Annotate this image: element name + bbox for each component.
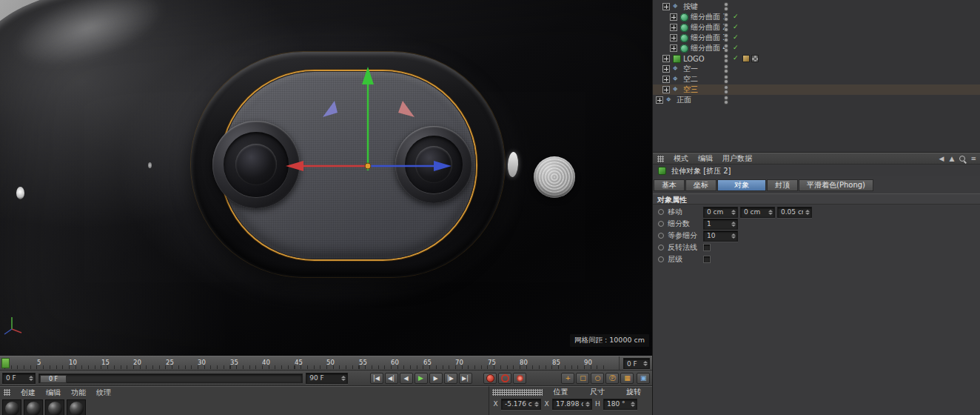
camera-lens-right[interactable] [395,126,472,203]
keyframe-dot-icon[interactable] [658,245,664,250]
expand-icon[interactable] [662,65,670,73]
nav-up-icon[interactable]: ▲ [950,155,955,162]
stepper-arrows[interactable] [29,376,33,381]
prev-key-button[interactable]: ◀| [385,373,398,384]
keyframe-dot-icon[interactable] [658,256,664,262]
object-row[interactable]: 细分曲面 3 [653,33,980,43]
panel-menu-icon[interactable]: ≡ [970,155,976,162]
next-key-button[interactable]: |▶ [444,373,457,384]
material-thumbnail[interactable] [67,399,86,415]
tab-phong[interactable]: 平滑着色(Phong) [799,179,873,191]
position-x-field[interactable]: -5.176 cm [501,399,541,410]
object-row[interactable]: 细分曲面 2 [653,22,980,33]
visibility-dots[interactable] [725,55,728,62]
stepper-arrows[interactable] [643,361,648,366]
stepper-arrows[interactable] [341,376,346,381]
expand-icon[interactable] [670,13,677,21]
start-frame-field[interactable]: 0 F [2,373,36,384]
expand-icon[interactable] [662,3,670,10]
tab-coordinates[interactable]: 坐标 [685,179,716,191]
panel-grid-icon[interactable] [657,156,664,162]
stepper-arrows[interactable] [585,402,590,407]
expand-icon[interactable] [662,76,670,83]
frame-slider[interactable]: 0 F [38,374,303,383]
viewport-3d[interactable]: 网格间距 : 10000 cm [0,0,653,356]
stepper-arrows[interactable] [805,210,810,215]
iso-subdivision-field[interactable]: 10 [703,230,738,242]
object-row[interactable]: 空二 [653,74,980,84]
goto-end-button[interactable]: ▶| [459,373,472,384]
texture-tag[interactable] [751,55,759,62]
current-frame-field[interactable]: 0 F [623,358,650,369]
tab-basic[interactable]: 基本 [654,179,685,191]
keyframe-dot-icon[interactable] [658,221,664,227]
visibility-dots[interactable] [725,96,728,104]
current-frame-marker[interactable] [1,358,10,368]
enabled-check[interactable] [733,13,739,20]
solo-toggle[interactable]: ▣ [637,373,650,384]
search-icon[interactable] [959,156,965,162]
stepper-arrows[interactable] [731,210,736,215]
expand-icon[interactable] [670,24,677,31]
menu-user-data[interactable]: 用户数据 [722,153,752,164]
expand-icon[interactable] [670,34,677,42]
panel-grid-icon[interactable] [4,389,10,396]
record-scale-toggle[interactable]: □ [576,373,589,384]
object-row[interactable]: 细分曲面 4 [653,43,980,53]
record-rotation-toggle[interactable]: ○ [591,373,604,384]
record-parameter-toggle[interactable]: Ⓟ [605,373,619,384]
visibility-dots[interactable] [725,76,728,83]
record-pla-toggle[interactable]: ▦ [620,373,634,384]
menu-edit[interactable]: 编辑 [46,388,61,398]
rotation-h-field[interactable]: 180 ° [603,399,637,410]
enabled-check[interactable] [733,33,739,41]
visibility-dots[interactable] [725,34,728,42]
autokeying-button[interactable] [498,373,511,384]
menu-mode[interactable]: 模式 [674,153,688,164]
menu-edit[interactable]: 编辑 [698,153,713,164]
visibility-dots[interactable] [725,24,728,31]
tab-object[interactable]: 对象 [717,179,766,191]
play-button[interactable]: ▶ [415,373,428,384]
visibility-dots[interactable] [725,3,728,10]
move-y-field[interactable]: 0 cm [740,207,775,218]
menu-texture[interactable]: 纹理 [96,388,111,398]
panel-grid-icon[interactable] [492,389,543,396]
prev-frame-button[interactable]: ◀ [400,373,413,384]
expand-icon[interactable] [656,96,663,104]
menu-create[interactable]: 创建 [21,388,36,398]
expand-icon[interactable] [662,55,670,62]
flip-normals-checkbox[interactable] [703,244,711,251]
material-thumbnail[interactable] [24,399,43,415]
material-thumbnail[interactable] [45,399,64,415]
timeline-ruler[interactable]: 0 5 10 15 20 25 30 35 40 45 50 55 60 65 … [0,356,652,371]
menu-function[interactable]: 功能 [71,388,86,398]
stepper-arrows[interactable] [731,233,736,239]
stepper-arrows[interactable] [534,402,539,407]
move-z-field[interactable]: 0.05 cm [777,207,812,218]
keyframe-selection-button[interactable] [513,373,526,384]
object-row-selected[interactable]: 空三 [653,84,980,95]
enabled-check[interactable] [733,44,739,51]
object-row[interactable]: 空一 [653,64,980,74]
next-frame-button[interactable]: ▶ [429,373,443,384]
visibility-dots[interactable] [725,86,728,93]
stepper-arrows[interactable] [731,222,736,227]
tab-caps[interactable]: 封顶 [767,179,798,191]
visibility-dots[interactable] [725,13,728,21]
enabled-check[interactable] [733,54,739,62]
frame-slider-handle[interactable]: 0 F [40,375,67,383]
stepper-arrows[interactable] [631,402,635,407]
visibility-dots[interactable] [725,65,728,73]
hierarchy-checkbox[interactable] [703,256,711,263]
material-thumbnail[interactable] [2,399,21,415]
camera-lens-left[interactable] [212,121,300,208]
object-row[interactable]: 正面 [653,95,980,105]
end-frame-field[interactable]: 90 F [306,373,348,384]
stepper-arrows[interactable] [768,210,773,215]
object-row[interactable]: 按键 [653,1,980,12]
record-position-toggle[interactable]: + [561,373,574,384]
selection-tag[interactable] [742,55,750,62]
move-x-field[interactable]: 0 cm [703,207,738,218]
nav-back-icon[interactable]: ◀ [939,155,944,162]
